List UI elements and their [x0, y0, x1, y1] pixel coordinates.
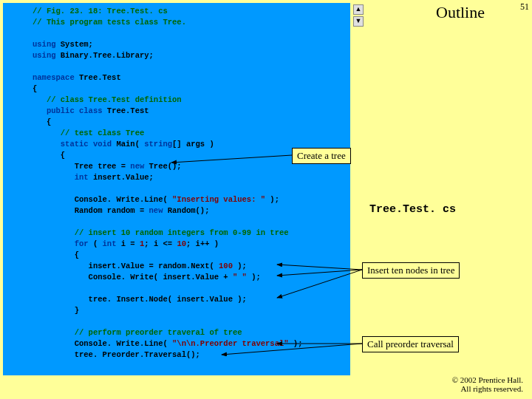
code-line: static void Main( string[] args )	[33, 139, 302, 150]
code-line	[33, 316, 302, 327]
code-line: // Fig. 23. 18: Tree.Test. cs	[33, 6, 302, 17]
code-line: Console. Write( insert.Value + " " );	[33, 272, 302, 283]
code-line	[33, 361, 302, 372]
code-line	[33, 28, 302, 39]
code-line: insert.Value = random.Next( 100 );	[33, 261, 302, 272]
code-line	[33, 283, 302, 294]
page-number: 51	[520, 1, 529, 13]
callout-preorder: Call preorder traversal	[362, 336, 459, 352]
code-line: Random random = new Random();	[33, 205, 302, 216]
code-line: using Binary.Tree.Library;	[33, 50, 302, 61]
code-line: // This program tests class Tree.	[33, 17, 302, 28]
code-line: {	[33, 150, 302, 161]
copyright-line1: © 2002 Prentice Hall.	[452, 375, 523, 384]
code-line: // class Tree.Test definition	[33, 95, 302, 106]
filename-label: Tree.Test. cs	[369, 203, 456, 216]
code-line: {	[33, 250, 302, 261]
code-line	[33, 61, 302, 72]
code-line: for ( int i = 1; i <= 10; i++ )	[33, 239, 302, 250]
outline-title: Outline	[436, 3, 485, 22]
callout-create-tree: Create a tree	[292, 148, 351, 164]
code-line: }	[33, 305, 302, 316]
code-line: {	[33, 83, 302, 95]
code-line: {	[33, 117, 302, 128]
code-line: // perform preorder traveral of tree	[33, 327, 302, 338]
code-block: // Fig. 23. 18: Tree.Test. cs// This pro…	[3, 3, 350, 375]
code-line: using System;	[33, 39, 302, 50]
callout-insert-nodes: Insert ten nodes in tree	[362, 262, 460, 279]
code-line	[33, 216, 302, 228]
code-line	[33, 183, 302, 194]
code-line: tree. Preorder.Traversal();	[33, 349, 302, 361]
code-lines: // Fig. 23. 18: Tree.Test. cs// This pro…	[33, 6, 302, 372]
code-line: namespace Tree.Test	[33, 72, 302, 83]
code-line: public class Tree.Test	[33, 106, 302, 117]
code-line: // insert 10 random integers from 0-99 i…	[33, 228, 302, 239]
outline-down-button[interactable]: ▼	[353, 16, 364, 27]
code-line: int insert.Value;	[33, 172, 302, 183]
outline-up-button[interactable]: ▲	[353, 4, 364, 15]
code-line: tree. Insert.Node( insert.Value );	[33, 294, 302, 305]
code-line: // test class Tree	[33, 128, 302, 139]
code-line: Tree tree = new Tree();	[33, 161, 302, 172]
code-line: Console. Write.Line( "\n\n.Preorder trav…	[33, 338, 302, 349]
copyright: © 2002 Prentice Hall. All rights reserve…	[452, 375, 523, 393]
code-line: Console. Write.Line( "Inserting values: …	[33, 194, 302, 205]
copyright-line2: All rights reserved.	[460, 384, 523, 393]
